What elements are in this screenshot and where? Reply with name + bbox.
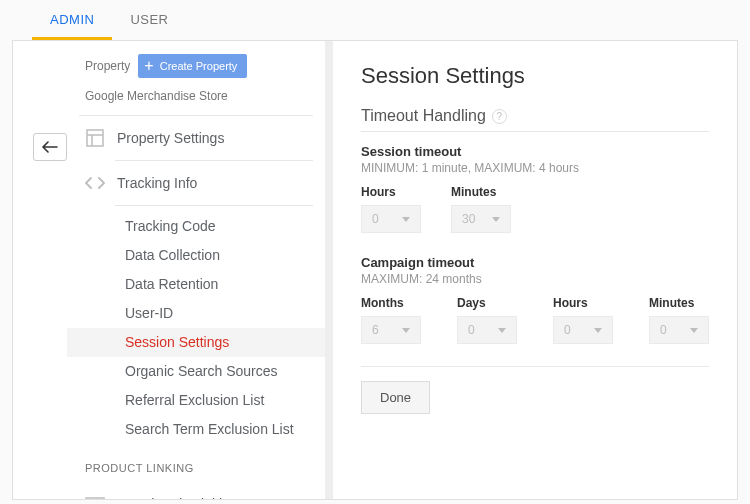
nav-google-ads-linking[interactable]: Google Ads Linking (67, 482, 325, 499)
campaign-days-select[interactable]: 0 (457, 316, 517, 344)
sidebar: Property + Create Property Google Mercha… (67, 41, 325, 499)
select-value: 0 (564, 323, 571, 337)
main-panel: Session Settings Timeout Handling ? Sess… (333, 41, 737, 499)
create-property-label: Create Property (160, 60, 238, 72)
select-value: 30 (462, 212, 475, 226)
content-panel: Property + Create Property Google Mercha… (12, 40, 738, 500)
ads-icon (85, 494, 105, 499)
select-value: 0 (468, 323, 475, 337)
select-value: 0 (660, 323, 667, 337)
session-hours-select[interactable]: 0 (361, 205, 421, 233)
property-name[interactable]: Google Merchandise Store (67, 79, 325, 115)
property-label: Property (85, 59, 130, 73)
timeout-handling-title: Timeout Handling (361, 107, 486, 125)
svg-rect-0 (87, 130, 103, 146)
minutes-label: Minutes (451, 185, 511, 199)
sub-data-retention[interactable]: Data Retention (67, 270, 325, 299)
select-value: 6 (372, 323, 379, 337)
create-property-button[interactable]: + Create Property (138, 54, 247, 78)
sub-data-collection[interactable]: Data Collection (67, 241, 325, 270)
product-linking-header: PRODUCT LINKING (67, 450, 325, 482)
tab-user[interactable]: USER (112, 0, 186, 40)
back-column (13, 41, 67, 499)
session-minutes-select[interactable]: 30 (451, 205, 511, 233)
hours-label: Hours (553, 296, 613, 310)
campaign-timeout-label: Campaign timeout (361, 255, 709, 270)
tab-admin[interactable]: ADMIN (32, 0, 112, 40)
arrow-left-icon (42, 141, 58, 153)
svg-rect-3 (86, 498, 104, 499)
code-icon (85, 173, 105, 193)
campaign-hours-select[interactable]: 0 (553, 316, 613, 344)
campaign-months-select[interactable]: 6 (361, 316, 421, 344)
session-timeout-label: Session timeout (361, 144, 709, 159)
sub-search-term-exclusion-list[interactable]: Search Term Exclusion List (67, 415, 325, 444)
sub-session-settings[interactable]: Session Settings (67, 328, 325, 357)
campaign-timeout-constraint: MAXIMUM: 24 months (361, 272, 709, 286)
sub-tracking-code[interactable]: Tracking Code (67, 212, 325, 241)
chevron-down-icon (402, 217, 410, 222)
chevron-down-icon (498, 328, 506, 333)
plus-icon: + (144, 58, 153, 74)
done-button[interactable]: Done (361, 381, 430, 414)
help-icon[interactable]: ? (492, 109, 507, 124)
back-button[interactable] (33, 133, 67, 161)
chevron-down-icon (402, 328, 410, 333)
top-tabs: ADMIN USER (0, 0, 750, 40)
sub-referral-exclusion-list[interactable]: Referral Exclusion List (67, 386, 325, 415)
side-divider (325, 41, 333, 499)
layout-icon (85, 128, 105, 148)
page-title: Session Settings (361, 63, 709, 89)
nav-label: Tracking Info (117, 175, 197, 191)
sub-organic-search-sources[interactable]: Organic Search Sources (67, 357, 325, 386)
hours-label: Hours (361, 185, 421, 199)
nav-label: Property Settings (117, 130, 224, 146)
divider (361, 366, 709, 367)
chevron-down-icon (690, 328, 698, 333)
months-label: Months (361, 296, 421, 310)
nav-label: Google Ads Linking (117, 496, 238, 499)
nav-tracking-info[interactable]: Tracking Info (67, 161, 325, 205)
select-value: 0 (372, 212, 379, 226)
session-timeout-constraint: MINIMUM: 1 minute, MAXIMUM: 4 hours (361, 161, 709, 175)
nav-property-settings[interactable]: Property Settings (67, 116, 325, 160)
chevron-down-icon (492, 217, 500, 222)
minutes-label: Minutes (649, 296, 709, 310)
chevron-down-icon (594, 328, 602, 333)
days-label: Days (457, 296, 517, 310)
sub-user-id[interactable]: User-ID (67, 299, 325, 328)
campaign-minutes-select[interactable]: 0 (649, 316, 709, 344)
tracking-sublist: Tracking Code Data Collection Data Reten… (67, 206, 325, 450)
